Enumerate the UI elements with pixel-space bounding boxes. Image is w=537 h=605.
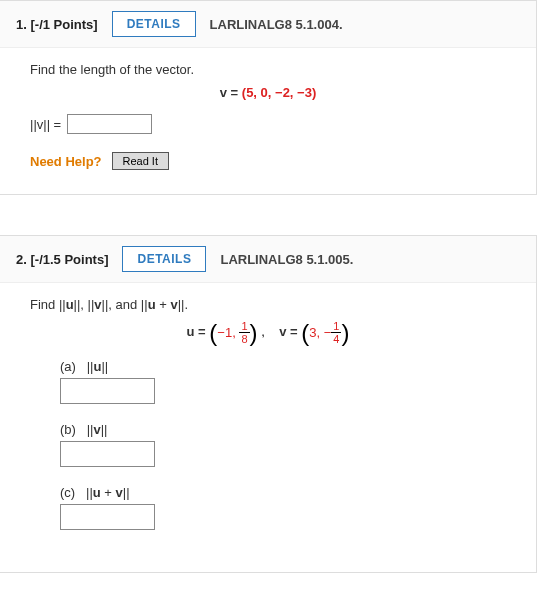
part-a-input[interactable] <box>60 378 155 404</box>
q2-u-first: −1, <box>217 325 235 340</box>
q2-vectors: u = ( −1, 1 8 ) , v = ( 3, − 1 4 <box>30 320 506 345</box>
q2-prompt: Find ||u||, ||v||, and ||u + v||. <box>30 297 506 312</box>
question-1: 1. [-/1 Points] DETAILS LARLINALG8 5.1.0… <box>0 0 537 195</box>
part-b: (b) ||v|| <box>60 422 506 437</box>
q2-reference: LARLINALG8 5.1.005. <box>220 252 353 267</box>
q2-number: 2. <box>16 252 27 267</box>
details-button[interactable]: DETAILS <box>122 246 206 272</box>
question-1-body: Find the length of the vector. v = (5, 0… <box>0 48 536 194</box>
q2-v-label: v = <box>279 324 297 339</box>
q2-v-first: 3, <box>309 325 320 340</box>
q2-u-frac: 1 8 <box>239 320 249 345</box>
q1-answer-input[interactable] <box>67 114 152 134</box>
part-c-label: (c) <box>60 485 75 500</box>
q2-v-frac: 1 4 <box>331 320 341 345</box>
question-2-body: Find ||u||, ||v||, and ||u + v||. u = ( … <box>0 283 536 572</box>
read-it-button[interactable]: Read It <box>112 152 169 170</box>
q2-points: [-/1.5 Points] <box>30 252 108 267</box>
question-1-header: 1. [-/1 Points] DETAILS LARLINALG8 5.1.0… <box>0 1 536 48</box>
details-button[interactable]: DETAILS <box>112 11 196 37</box>
part-a-label: (a) <box>60 359 76 374</box>
part-c-input[interactable] <box>60 504 155 530</box>
question-2-header: 2. [-/1.5 Points] DETAILS LARLINALG8 5.1… <box>0 236 536 283</box>
q1-prompt: Find the length of the vector. <box>30 62 506 77</box>
q1-vector-value: (5, 0, −2, −3) <box>242 85 316 100</box>
q2-u-value: ( −1, 1 8 ) <box>209 320 257 345</box>
q1-norm-label: ||v|| = <box>30 117 61 132</box>
need-help: Need Help? Read It <box>30 152 506 170</box>
part-b-input[interactable] <box>60 441 155 467</box>
q2-u-label: u = <box>187 324 206 339</box>
q2-v-minus: − <box>324 325 332 340</box>
part-b-label: (b) <box>60 422 76 437</box>
q1-points: [-/1 Points] <box>30 17 97 32</box>
part-c: (c) ||u + v|| <box>60 485 506 500</box>
need-help-label: Need Help? <box>30 154 102 169</box>
q1-v-label: v = <box>220 85 238 100</box>
q1-reference: LARLINALG8 5.1.004. <box>210 17 343 32</box>
q2-v-value: ( 3, − 1 4 ) <box>301 320 349 345</box>
part-a: (a) ||u|| <box>60 359 506 374</box>
q1-number: 1. <box>16 17 27 32</box>
q1-answer-line: ||v|| = <box>30 114 506 134</box>
q1-vector-def: v = (5, 0, −2, −3) <box>30 85 506 100</box>
question-2-title: 2. [-/1.5 Points] <box>16 252 108 267</box>
question-2: 2. [-/1.5 Points] DETAILS LARLINALG8 5.1… <box>0 235 537 573</box>
question-1-title: 1. [-/1 Points] <box>16 17 98 32</box>
